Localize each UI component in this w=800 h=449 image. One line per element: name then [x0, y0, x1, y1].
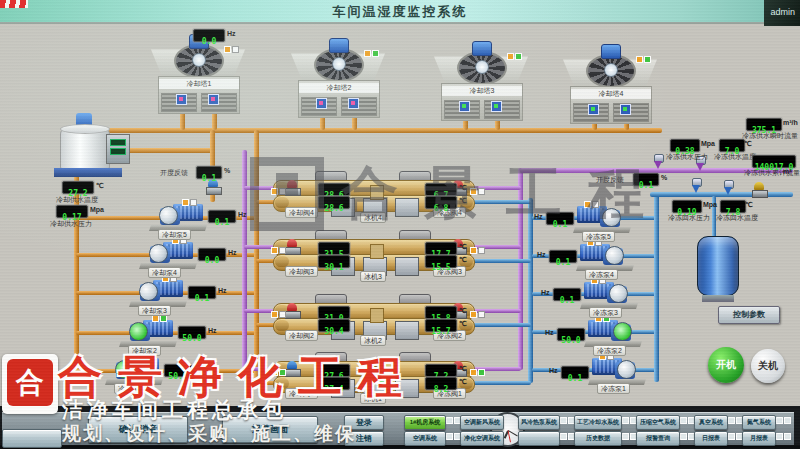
temp-unit: ℃ [459, 243, 467, 251]
chiller-purple-stub [244, 245, 274, 249]
cooling-supply-temp-display: 27.2 [62, 181, 94, 194]
cooling-supply-press-display: 0.17 [56, 205, 88, 218]
cooling-pump-3[interactable] [132, 279, 184, 305]
pump-hz-display: 0.1 [188, 286, 216, 299]
chilled-pump-3[interactable] [583, 281, 635, 307]
condenser-valve-icon[interactable] [285, 180, 299, 196]
start-button[interactable]: 开机 [708, 347, 744, 383]
stop-button[interactable]: 关机 [751, 349, 785, 383]
nav-clean-hvac-button[interactable]: 净化空调系统 [460, 431, 504, 446]
valve-label: 冷却阀4 [285, 207, 318, 218]
condenser-valve-icon[interactable] [285, 303, 299, 319]
hz-unit: Hz [238, 211, 247, 218]
tower-valve-icon[interactable] [316, 98, 327, 109]
nav-history-button[interactable]: 历史数据 [574, 431, 622, 446]
pump-hz-display: 0.1 [553, 288, 581, 301]
tower-valve-icon[interactable] [348, 98, 359, 109]
chilled-pump-1[interactable] [591, 357, 643, 383]
water-treatment-tank[interactable] [60, 128, 110, 170]
nav-daily-report-button[interactable]: 日报表 [694, 431, 728, 446]
flow-unit: m³/h [783, 119, 798, 126]
cooling-header-pipe [74, 128, 662, 133]
tower-valve-icon[interactable] [588, 104, 599, 115]
tower-valve-icon[interactable] [491, 101, 502, 112]
control-params-button[interactable]: 控制参数 [718, 306, 780, 324]
chiller-cw-in-display: 31.5 [318, 242, 350, 255]
temp-unit: ℃ [744, 140, 752, 148]
tower2-pipe-a [320, 116, 325, 130]
chiller-chw-out-display: 17.7 [425, 242, 457, 255]
tower-valve-icon[interactable] [176, 94, 187, 105]
chiller-2[interactable]: 31.0 30.4 15.8 ℃ 15.7 ℃ 冷却阀2 冰机2 冷冻阀2 [273, 297, 473, 343]
chiller-chw-stub [473, 200, 531, 204]
tower-valve-icon[interactable] [208, 94, 219, 105]
temp-unit: ℃ [459, 378, 467, 386]
condenser-return-main [242, 150, 247, 370]
temp-unit: ℃ [459, 197, 467, 205]
chiller-3[interactable]: 31.5 30.1 17.7 ℃ 15.5 ℃ 冷却阀3 冰机3 冷冻阀3 [273, 233, 473, 279]
nav-nitrogen-button[interactable]: 氮气系统 [742, 415, 776, 430]
cooling-discharge-main [254, 130, 259, 385]
cooling-tower-1[interactable]: 冷却塔1 [150, 38, 246, 112]
page-title: 车间温湿度监控系统 [0, 3, 800, 21]
ret-press-display: 0.19 [672, 200, 702, 213]
chiller-chw-out-display: 7.2 [425, 364, 457, 377]
pump-label: 冷却泵4 [148, 267, 181, 278]
nav-heat-pump-button[interactable]: 风冷热泵系统 [518, 415, 560, 430]
brand-logo-icon: 合 [2, 354, 58, 414]
cooling-tower-3[interactable]: 冷却塔3 [433, 45, 529, 119]
nav-hvac-button[interactable]: 空调系统 [404, 431, 446, 446]
condenser-valve-icon[interactable] [285, 239, 299, 255]
chiller-chw-in-display: 8.2 [425, 377, 457, 390]
nav-button[interactable] [518, 431, 560, 446]
chw-flow-display: 375.1 [746, 118, 782, 131]
chw-return-riser [654, 192, 659, 382]
valve-label: 冷却阀2 [285, 330, 318, 341]
pump-hz-display: 50.0 [557, 328, 585, 341]
cooling-pump-2[interactable] [122, 319, 174, 345]
chilled-pump-2[interactable] [587, 319, 639, 345]
nav-monthly-report-button[interactable]: 月报表 [742, 431, 776, 446]
cooling-tower-4[interactable]: 冷却塔4 [562, 48, 658, 122]
flow-total-unit: m³ [783, 168, 792, 175]
pump-hz-display: 0.1 [549, 250, 577, 263]
nav-fresh-air-button[interactable]: 空调新风系统 [460, 415, 504, 430]
hz-unit: Hz [549, 367, 558, 374]
hmi-screen: 车间温湿度监控系统 admin [0, 0, 800, 449]
hz-unit: Hz [537, 251, 546, 258]
chiller-status-icon [370, 244, 384, 259]
nav-alarm-query-button[interactable]: 报警查询 [636, 431, 680, 446]
chilled-pump-4[interactable] [579, 243, 631, 269]
cooling-tower-2[interactable]: 冷却塔2 [290, 42, 386, 116]
expansion-tank [697, 236, 739, 296]
nav-process-water-button[interactable]: 工艺冷却水系统 [574, 415, 622, 430]
hz-unit: Hz [541, 289, 550, 296]
chilled-pump-5[interactable] [576, 205, 628, 231]
tower-body: 冷却塔1 [158, 76, 240, 114]
valve-feedback-label: 开度反馈 [160, 168, 188, 178]
tank-base [54, 168, 122, 177]
cooling-pump-4[interactable] [142, 241, 194, 267]
nav-plant1-button[interactable]: 1#机房系统 [404, 415, 446, 430]
tower-valve-icon[interactable] [459, 101, 470, 112]
nav-vacuum-button[interactable]: 真空系统 [694, 415, 728, 430]
chiller-chw-in-display: 15.7 [425, 319, 457, 332]
chiller-4[interactable]: 28.6 28.6 6.7 ℃ 6.8 ℃ 冷却阀4 冰机4 冷冻阀4 [273, 174, 473, 220]
chiller-chw-out-display: 6.7 [425, 183, 457, 196]
fan-hub-icon [192, 53, 206, 67]
tower-grille [201, 93, 237, 112]
tower-valve-icon[interactable] [620, 104, 631, 115]
chiller-purple-stub [244, 309, 274, 313]
toolbar-button[interactable] [2, 429, 62, 448]
tank-control-panel [106, 134, 130, 164]
tank-top [60, 124, 110, 134]
cooling-pump-5[interactable] [152, 203, 204, 229]
nav-compressed-air-button[interactable]: 压缩空气系统 [636, 415, 680, 430]
valve-label: 冷却阀3 [285, 266, 318, 277]
hz-unit: Hz [218, 287, 227, 294]
temp-unit: ℃ [459, 320, 467, 328]
fan-motor-icon [329, 38, 349, 53]
chiller-cw-in-display: 31.0 [318, 306, 350, 319]
fan-hub-icon [332, 57, 346, 71]
return-valve-icon[interactable] [752, 182, 766, 198]
